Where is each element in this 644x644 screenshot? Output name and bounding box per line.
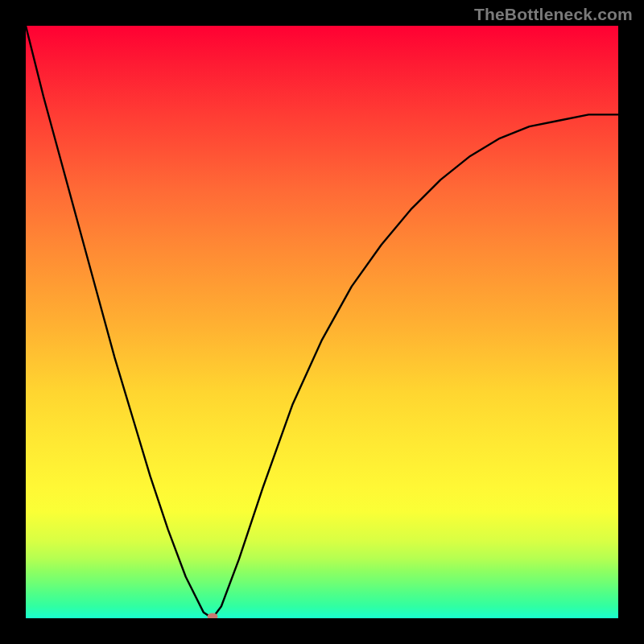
plot-area xyxy=(26,26,618,618)
minimum-marker-dot xyxy=(207,613,217,618)
bottleneck-curve xyxy=(26,26,618,618)
chart-frame: TheBottleneck.com xyxy=(0,0,644,644)
watermark-text: TheBottleneck.com xyxy=(474,5,633,24)
